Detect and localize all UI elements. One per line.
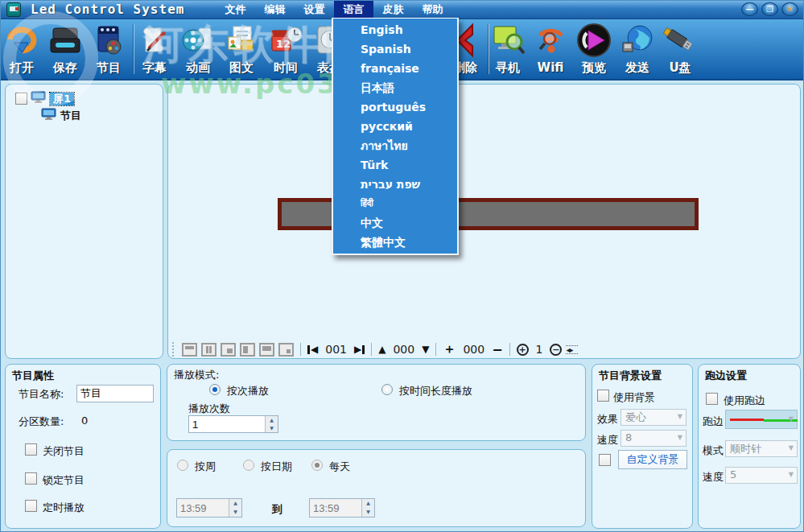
play-times-label: 播放次数: [188, 402, 230, 416]
program-properties-panel: 节目属性 节目名称: 分区数量: 0 关闭节目 锁定节目 定时播放: [5, 364, 161, 529]
by-date-radio[interactable]: [243, 460, 254, 471]
zoom-in-icon[interactable]: +: [517, 344, 529, 356]
toolbar-button-animation[interactable]: 动画: [176, 21, 220, 76]
language-option-hebrew[interactable]: שפת עברית: [333, 175, 457, 194]
layout-inset-bottom-right-icon[interactable]: [221, 343, 236, 357]
next-program-button[interactable]: ▶: [354, 344, 365, 355]
border-style-select[interactable]: [725, 410, 798, 429]
spin-up-icon[interactable]: ▲: [229, 499, 241, 508]
prev-program-button[interactable]: ◀: [307, 344, 318, 355]
close-button[interactable]: ✕: [781, 2, 798, 16]
program-name-input[interactable]: [76, 385, 154, 402]
play-times-input[interactable]: [189, 416, 265, 432]
start-time-input[interactable]: [177, 499, 229, 517]
toolbar-button-wifi[interactable]: Wifi: [529, 21, 572, 75]
program-name-label: 节目名称:: [19, 387, 64, 402]
tree-node-program[interactable]: 节目: [41, 108, 81, 123]
toolbar-button-save[interactable]: 保存: [43, 21, 87, 76]
start-time-spinner[interactable]: ▲▼: [176, 498, 242, 518]
play-mode-label: 播放模式:: [174, 368, 219, 382]
screen-checkbox[interactable]: [15, 93, 27, 105]
toolbar-grip[interactable]: [172, 342, 175, 357]
menu-language[interactable]: 语言: [334, 1, 373, 19]
animation-icon: [176, 21, 220, 60]
daily-label: 每天: [329, 460, 350, 474]
border-mode-select[interactable]: 顺时针: [725, 440, 798, 457]
add-partition-button[interactable]: ＋: [443, 341, 456, 358]
custom-background-button[interactable]: 自定义背景: [618, 450, 687, 469]
by-week-radio[interactable]: [177, 460, 188, 471]
toolbar-button-image-text[interactable]: 图文: [220, 21, 263, 76]
spin-up-icon[interactable]: ▲: [362, 499, 374, 508]
toolbar-button-program[interactable]: 节目: [87, 21, 130, 76]
preview-icon: [572, 21, 616, 60]
spin-down-icon[interactable]: ▼: [229, 508, 241, 517]
play-mode-panel: 播放模式: 按次播放 按时间长度播放 播放次数 ▲▼: [167, 364, 586, 441]
language-option-portuguese[interactable]: português: [333, 97, 457, 117]
minimize-button[interactable]: —: [741, 2, 758, 16]
tree-program-label[interactable]: 节目: [60, 109, 81, 123]
toolbar-button-usb[interactable]: U盘: [658, 21, 702, 76]
spin-down-icon[interactable]: ▼: [266, 424, 278, 432]
toolbar-button-subtitle[interactable]: 字幕: [133, 21, 176, 76]
language-option-russian[interactable]: русский: [333, 117, 457, 136]
use-border-checkbox[interactable]: [706, 393, 718, 405]
toolbar-button-find-device[interactable]: 寻机: [486, 21, 530, 76]
fit-to-window-icon[interactable]: ◂▸: [566, 345, 578, 354]
layout-inset-top-icon[interactable]: [259, 343, 274, 357]
spin-down-icon[interactable]: ▼: [362, 508, 374, 517]
language-option-french[interactable]: française: [333, 59, 457, 78]
end-time-spinner[interactable]: ▲▼: [309, 498, 375, 518]
end-time-input[interactable]: [310, 499, 361, 517]
timed-play-checkbox[interactable]: [25, 500, 37, 512]
language-option-japanese[interactable]: 日本語: [333, 78, 457, 97]
row-up-button[interactable]: ▲: [378, 344, 386, 355]
play-times-spinner[interactable]: ▲▼: [188, 415, 278, 433]
language-dropdown-menu: Engish Spanish française 日本語 português р…: [332, 18, 459, 255]
language-option-chinese-simplified[interactable]: 中文: [333, 213, 457, 233]
use-background-checkbox[interactable]: [597, 390, 609, 402]
menu-skin[interactable]: 皮肤: [373, 1, 413, 19]
menu-help[interactable]: 帮助: [413, 1, 452, 19]
layout-split-columns-icon[interactable]: [201, 343, 216, 357]
layout-split-top-icon[interactable]: [182, 343, 197, 357]
toolbar-button-preview[interactable]: 预览: [572, 21, 616, 76]
tree-node-screen[interactable]: 屏1: [15, 91, 74, 106]
language-option-thai[interactable]: ภาษาไทย: [333, 136, 457, 155]
toolbar-button-time[interactable]: 12 时间: [264, 21, 307, 76]
row-down-button[interactable]: ▼: [422, 344, 429, 355]
language-option-turkish[interactable]: Türk: [333, 155, 457, 175]
play-by-times-label: 按次播放: [227, 384, 269, 398]
toolbar-button-send[interactable]: 发送: [616, 21, 659, 76]
lock-program-checkbox[interactable]: [25, 472, 37, 485]
layout-inset-left-icon[interactable]: [240, 343, 255, 357]
spinner-buttons[interactable]: ▲▼: [265, 416, 278, 432]
effect-select[interactable]: 爱心: [621, 409, 686, 426]
language-option-chinese-traditional[interactable]: 繁體中文: [333, 233, 457, 252]
title-bar: Led Control System 文件 编辑 设置 语言 皮肤 帮助 — ❐…: [0, 0, 804, 19]
tree-screen-label[interactable]: 屏1: [50, 93, 74, 105]
play-by-duration-radio[interactable]: [381, 384, 393, 395]
toolbar-button-open[interactable]: 打开: [0, 21, 43, 76]
layout-inset-small-icon[interactable]: [278, 343, 294, 357]
language-option-spanish[interactable]: Spanish: [333, 39, 457, 59]
language-option-hindi[interactable]: हिंदी: [333, 194, 457, 213]
play-by-times-radio[interactable]: [209, 384, 221, 395]
border-speed-select[interactable]: 5: [725, 467, 798, 484]
spinner-buttons[interactable]: ▲▼: [229, 499, 241, 517]
wifi-icon: [529, 21, 572, 60]
menu-settings[interactable]: 设置: [295, 1, 334, 19]
screen-tree-panel: 屏1 节目: [5, 84, 163, 359]
language-option-english[interactable]: Engish: [333, 20, 457, 39]
close-program-checkbox[interactable]: [25, 443, 37, 456]
remove-partition-button[interactable]: −: [492, 342, 502, 357]
spin-up-icon[interactable]: ▲: [266, 416, 278, 424]
zoom-out-icon[interactable]: −: [550, 344, 562, 356]
bg-speed-select[interactable]: 8: [621, 430, 686, 447]
daily-radio[interactable]: [311, 460, 323, 471]
restore-button[interactable]: ❐: [761, 2, 778, 16]
spinner-buttons[interactable]: ▲▼: [361, 499, 374, 517]
custom-background-checkbox[interactable]: [599, 454, 611, 466]
menu-edit[interactable]: 编辑: [255, 1, 295, 19]
menu-file[interactable]: 文件: [216, 1, 255, 19]
